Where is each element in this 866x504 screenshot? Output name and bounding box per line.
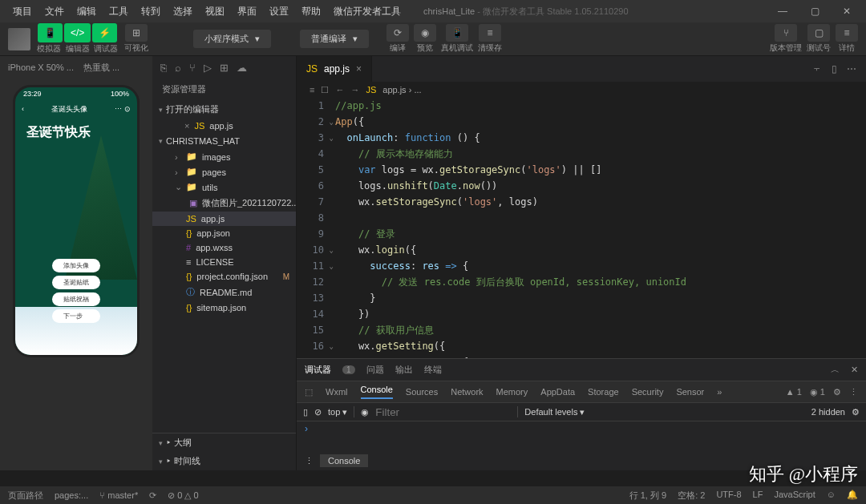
dbg-tab-终端[interactable]: 终端 (424, 364, 442, 376)
simulator-button[interactable]: 📱 (38, 23, 63, 42)
eol[interactable]: LF (753, 490, 763, 502)
action-预览[interactable]: ◉ (414, 24, 436, 42)
devtab-Console[interactable]: Console (361, 385, 393, 399)
menu-选择[interactable]: 选择 (167, 2, 199, 22)
git-sync[interactable]: ⟳ (149, 490, 156, 501)
bell-icon[interactable]: 🔔 (847, 490, 858, 502)
right-版本管理[interactable]: ⑂ (775, 24, 797, 42)
menu-编辑[interactable]: 编辑 (71, 2, 103, 22)
debugger-button[interactable]: ⚡ (92, 23, 117, 42)
eye-icon[interactable]: ◉ (361, 407, 369, 417)
tree-item[interactable]: #app.wxss (152, 240, 296, 255)
menu-转到[interactable]: 转到 (135, 2, 167, 22)
git-icon[interactable]: ⑂ (189, 62, 196, 74)
tree-item[interactable]: {}sitemap.json (152, 300, 296, 315)
more-icon[interactable]: ⋯ (847, 63, 856, 75)
devtab-Network[interactable]: Network (451, 387, 483, 397)
phone-btn[interactable]: 贴纸祝福 (52, 292, 100, 306)
settings-icon[interactable]: ⚙ (852, 407, 860, 417)
outline-section[interactable]: ‣ 大纲 (152, 433, 296, 452)
git-branch[interactable]: ⑂ master* (99, 490, 138, 500)
page-path[interactable]: 页面路径 (8, 490, 43, 502)
tree-item[interactable]: {}project.config.jsonM (152, 269, 296, 284)
encoding[interactable]: UTF-8 (716, 490, 741, 502)
levels-select[interactable]: Default levels ▾ (524, 407, 585, 417)
hidden-count[interactable]: 2 hidden (811, 407, 845, 417)
devtab-Storage[interactable]: Storage (588, 387, 619, 397)
inspect-icon[interactable]: ⬚ (305, 387, 313, 397)
feedback-icon[interactable]: ☺ (827, 490, 836, 502)
tree-item[interactable]: ›📁pages (152, 164, 296, 179)
tree-item[interactable]: ⌄📁utils (152, 179, 296, 195)
tree-item[interactable]: ≡LICENSE (152, 255, 296, 269)
code-editor[interactable]: 12⌄3⌄45678910⌄11⌄1213141516⌄17⌄ //app.js… (297, 98, 866, 358)
language[interactable]: JavaScript (774, 490, 815, 502)
hot-reload-label[interactable]: 热重载 ... (83, 62, 119, 74)
dbg-tab-输出[interactable]: 输出 (395, 364, 413, 376)
open-editor-item[interactable]: ×JSapp.js (152, 119, 296, 133)
filter-input[interactable] (375, 406, 511, 418)
right-详情[interactable]: ≡ (836, 24, 858, 42)
visual-button[interactable]: ⊞ (125, 24, 148, 42)
phone-btn[interactable]: 添加头像 (52, 259, 100, 272)
avatar[interactable] (8, 28, 30, 50)
drawer-console-tab[interactable]: Console (320, 454, 368, 467)
menu-项目[interactable]: 项目 (6, 2, 38, 22)
search-icon[interactable]: ⌕ (175, 62, 181, 74)
menu-文件[interactable]: 文件 (38, 2, 71, 22)
mode-select[interactable]: 小程序模式▾ (193, 30, 271, 48)
debug-icon[interactable]: ▷ (204, 62, 212, 74)
timeline-section[interactable]: ‣ 时间线 (152, 452, 296, 470)
collapse-icon[interactable]: ︿ (831, 364, 840, 376)
tree-item[interactable]: {}app.json (152, 226, 296, 240)
indent[interactable]: 空格: 2 (678, 490, 705, 502)
breadcrumb[interactable]: ≡☐←→ JSapp.js › ... (297, 82, 866, 98)
problems-count[interactable]: ⊘ 0 △ 0 (168, 490, 198, 501)
menu-工具[interactable]: 工具 (103, 2, 135, 22)
layout-icon[interactable]: ▯ (832, 63, 837, 75)
tree-item[interactable]: ⓘREADME.md (152, 284, 296, 300)
tree-item[interactable]: JSapp.js (152, 212, 296, 226)
ext-icon[interactable]: ⊞ (220, 62, 229, 74)
tree-item[interactable]: ›📁images (152, 149, 296, 164)
dbg-tab-调试器[interactable]: 调试器 (305, 364, 331, 376)
gear-icon[interactable]: ⚙ (833, 387, 841, 397)
phone-preview[interactable]: 23:29100% ‹圣诞头头像⋯ ⊙ 圣诞节快乐 添加头像圣诞贴纸贴纸祝福下一… (13, 85, 140, 357)
pages-picker[interactable]: pages:... (55, 490, 88, 500)
scope-select[interactable]: top ▾ (328, 407, 347, 417)
menu-界面[interactable]: 界面 (231, 2, 263, 22)
tab-app-js[interactable]: JSapp.js× (297, 56, 372, 82)
editor-button[interactable]: </> (64, 23, 91, 42)
dbg-tab-问题[interactable]: 问题 (366, 364, 384, 376)
project-section[interactable]: CHRISTMAS_HAT (152, 133, 296, 149)
phone-btn[interactable]: 圣诞贴纸 (52, 276, 100, 289)
devtab-AppData[interactable]: AppData (540, 387, 575, 397)
menu-帮助[interactable]: 帮助 (295, 2, 327, 22)
devtab-Sources[interactable]: Sources (406, 387, 438, 397)
devtab-Security[interactable]: Security (632, 387, 664, 397)
cursor-pos[interactable]: 行 1, 列 9 (629, 490, 666, 502)
device-label[interactable]: iPhone X 50% ... (8, 62, 74, 72)
split-icon[interactable]: ⫟ (812, 63, 822, 75)
devtab-Sensor[interactable]: Sensor (676, 387, 704, 397)
drawer-icon[interactable]: ⋮ (305, 456, 314, 466)
files-icon[interactable]: ⎘ (160, 62, 167, 74)
compile-select[interactable]: 普通编译▾ (300, 30, 369, 48)
close-icon[interactable]: ✕ (834, 6, 860, 17)
devtab-Memory[interactable]: Memory (496, 387, 528, 397)
minimize-icon[interactable]: — (770, 6, 795, 17)
devtab-Wxml[interactable]: Wxml (326, 387, 348, 397)
menu-微信开发者工具[interactable]: 微信开发者工具 (327, 2, 407, 22)
maximize-icon[interactable]: ▢ (802, 6, 828, 17)
right-测试号[interactable]: ▢ (807, 24, 830, 42)
action-编译[interactable]: ⟳ (386, 24, 409, 42)
clear-console-icon[interactable]: ⊘ (314, 407, 322, 417)
menu-设置[interactable]: 设置 (263, 2, 295, 22)
cloud-icon[interactable]: ☁ (237, 62, 247, 74)
panel-close-icon[interactable]: ✕ (851, 365, 858, 375)
sidebar-toggle-icon[interactable]: ▯ (303, 407, 308, 417)
console-output[interactable]: › (297, 421, 866, 451)
more-tabs-icon[interactable]: » (717, 387, 722, 397)
kebab-icon[interactable]: ⋮ (849, 387, 858, 397)
tree-item[interactable]: ▣微信图片_2021120722... (152, 195, 296, 212)
